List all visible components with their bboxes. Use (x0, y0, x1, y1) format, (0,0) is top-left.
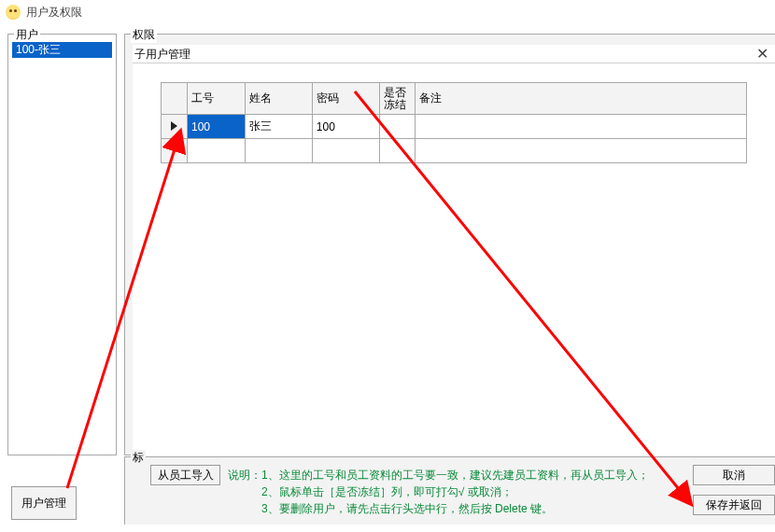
col-header-name[interactable]: 姓名 (245, 83, 312, 115)
desc-line-2: 2、鼠标单击［是否冻结］列，即可打勾√ 或取消； (228, 483, 649, 500)
cell-name[interactable]: 张三 (245, 115, 312, 139)
cell-pwd[interactable]: 100 (312, 115, 379, 139)
user-management-title-prefix: 子 (134, 48, 146, 61)
cell-id[interactable]: 100 (187, 115, 245, 139)
user-management-dialog: 子用户管理 ✕ 工号 姓名 密码 是否冻结 备注 100 张三 100 (133, 45, 775, 459)
footer-panel: 标 从员工导入 说明：1、这里的工号和员工资料的工号要一致，建议先建员工资料，再… (124, 456, 775, 525)
user-management-title: 用户管理 (146, 48, 190, 61)
desc-line-1: 1、这里的工号和员工资料的工号要一致，建议先建员工资料，再从员工导入； (261, 469, 649, 482)
desc-label: 说明： (228, 469, 261, 482)
new-cell-name[interactable] (245, 139, 312, 163)
user-management-titlebar: 子用户管理 ✕ (133, 45, 775, 63)
window-titlebar: 用户及权限 (0, 0, 775, 24)
users-list[interactable]: 100-张三 (12, 42, 112, 451)
new-cell-note[interactable] (415, 139, 746, 163)
new-cell-frozen[interactable] (379, 139, 415, 163)
new-cell-pwd[interactable] (312, 139, 379, 163)
users-list-item[interactable]: 100-张三 (12, 42, 112, 58)
row-header-current[interactable] (162, 115, 188, 139)
window-title: 用户及权限 (26, 5, 82, 21)
import-from-employee-button[interactable]: 从员工导入 (150, 465, 220, 485)
desc-line-3: 3、要删除用户，请先点击行头选中行，然后按 Delete 键。 (228, 500, 649, 517)
new-cell-id[interactable] (187, 139, 245, 163)
user-management-button[interactable]: 用户管理 (11, 486, 77, 520)
grid-header-row: 工号 姓名 密码 是否冻结 备注 (162, 83, 747, 115)
cancel-button[interactable]: 取消 (693, 465, 775, 485)
cell-note[interactable] (415, 115, 746, 139)
footer-legend: 标 (131, 450, 146, 466)
grid-new-row[interactable]: * (162, 139, 747, 163)
users-panel-legend: 用户 (14, 27, 40, 43)
grid-corner-cell (162, 83, 188, 115)
col-header-id[interactable]: 工号 (187, 83, 245, 115)
new-row-indicator-icon: * (172, 144, 176, 158)
permissions-panel-legend: 权限 (131, 27, 157, 43)
footer-description: 说明：1、这里的工号和员工资料的工号要一致，建议先建员工资料，再从员工导入； 2… (228, 467, 649, 517)
users-panel: 用户 100-张三 (7, 34, 117, 455)
save-and-return-button[interactable]: 保存并返回 (693, 495, 775, 515)
app-icon (6, 5, 21, 20)
user-grid[interactable]: 工号 姓名 密码 是否冻结 备注 100 张三 100 * (161, 82, 747, 163)
col-header-note[interactable]: 备注 (415, 83, 746, 115)
row-header-new[interactable]: * (162, 139, 188, 163)
cell-frozen[interactable] (379, 115, 415, 139)
close-icon[interactable]: ✕ (749, 46, 775, 63)
current-row-indicator-icon (171, 121, 177, 131)
col-header-pwd[interactable]: 密码 (312, 83, 379, 115)
grid-data-row[interactable]: 100 张三 100 (162, 115, 747, 139)
col-header-frozen[interactable]: 是否冻结 (379, 83, 415, 115)
